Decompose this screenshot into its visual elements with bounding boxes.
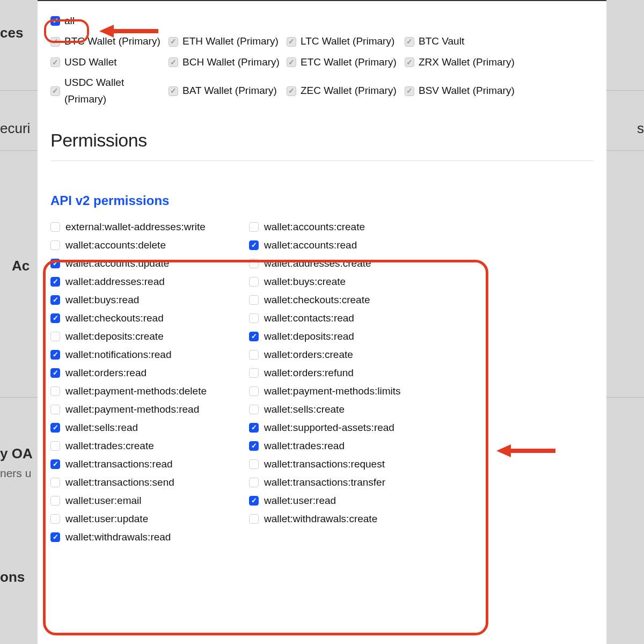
permission-label: wallet:trades:create bbox=[65, 440, 154, 452]
permission-option[interactable]: wallet:trades:create bbox=[50, 438, 249, 454]
checkbox-icon[interactable] bbox=[50, 313, 60, 323]
checkbox-icon[interactable] bbox=[249, 222, 259, 232]
checkbox-icon[interactable] bbox=[50, 441, 60, 451]
account-option[interactable]: BSV Wallet (Primary) bbox=[405, 74, 523, 108]
checkbox-icon[interactable] bbox=[249, 350, 259, 360]
checkbox-icon[interactable] bbox=[50, 405, 60, 414]
checkbox-icon[interactable] bbox=[50, 496, 60, 506]
checkbox-icon[interactable] bbox=[249, 277, 259, 287]
checkbox-icon[interactable] bbox=[50, 86, 60, 96]
checkbox-icon[interactable] bbox=[249, 514, 259, 524]
permission-option[interactable]: wallet:accounts:create bbox=[249, 219, 448, 235]
checkbox-icon[interactable] bbox=[249, 459, 259, 469]
account-option[interactable]: ETH Wallet (Primary) bbox=[169, 32, 287, 50]
checkbox-icon[interactable] bbox=[249, 332, 259, 341]
account-option[interactable]: USD Wallet bbox=[50, 53, 169, 71]
permission-option[interactable]: wallet:payment-methods:delete bbox=[50, 383, 249, 399]
permission-option[interactable]: wallet:sells:create bbox=[249, 401, 448, 418]
checkbox-icon[interactable] bbox=[249, 441, 259, 451]
account-option[interactable]: ZRX Wallet (Primary) bbox=[405, 53, 523, 71]
checkbox-icon[interactable] bbox=[50, 332, 60, 341]
account-option[interactable]: ETC Wallet (Primary) bbox=[287, 53, 405, 71]
permission-label: wallet:sells:create bbox=[264, 404, 345, 415]
permission-option[interactable]: wallet:sells:read bbox=[50, 420, 249, 436]
account-option[interactable]: BTC Wallet (Primary) bbox=[50, 32, 169, 50]
checkbox-icon[interactable] bbox=[249, 313, 259, 323]
account-option[interactable]: ZEC Wallet (Primary) bbox=[287, 74, 405, 108]
permission-option[interactable]: wallet:orders:read bbox=[50, 365, 249, 381]
checkbox-icon[interactable] bbox=[249, 240, 259, 250]
checkbox-icon[interactable] bbox=[50, 423, 60, 433]
account-option[interactable]: USDC Wallet (Primary) bbox=[50, 74, 169, 108]
checkbox-icon[interactable] bbox=[287, 57, 296, 67]
checkbox-icon[interactable] bbox=[50, 259, 60, 268]
checkbox-icon[interactable] bbox=[249, 496, 259, 506]
checkbox-icon[interactable] bbox=[50, 37, 60, 47]
checkbox-icon[interactable] bbox=[50, 350, 60, 360]
checkbox-icon[interactable] bbox=[50, 57, 60, 67]
permission-option[interactable]: wallet:user:email bbox=[50, 493, 249, 509]
account-option[interactable]: LTC Wallet (Primary) bbox=[287, 32, 405, 50]
permission-option[interactable]: wallet:addresses:read bbox=[50, 274, 249, 290]
checkbox-icon[interactable] bbox=[50, 295, 60, 305]
permission-option[interactable]: wallet:withdrawals:read bbox=[50, 529, 249, 545]
checkbox-icon[interactable] bbox=[405, 37, 414, 47]
account-option[interactable]: BAT Wallet (Primary) bbox=[169, 74, 287, 108]
permission-option[interactable]: wallet:transactions:request bbox=[249, 456, 448, 472]
permission-option[interactable]: wallet:addresses:create bbox=[249, 255, 448, 272]
permission-option[interactable]: wallet:transactions:transfer bbox=[249, 474, 448, 491]
checkbox-icon[interactable] bbox=[287, 37, 296, 47]
account-option[interactable]: BCH Wallet (Primary) bbox=[169, 53, 287, 71]
permission-option[interactable]: wallet:orders:refund bbox=[249, 365, 448, 381]
permission-option[interactable]: external:wallet-addresses:write bbox=[50, 219, 249, 235]
account-option-all[interactable]: all bbox=[50, 12, 75, 30]
checkbox-icon[interactable] bbox=[50, 478, 60, 487]
checkbox-icon[interactable] bbox=[249, 423, 259, 433]
permission-option[interactable]: wallet:user:read bbox=[249, 493, 448, 509]
permission-option[interactable]: wallet:accounts:delete bbox=[50, 237, 249, 253]
checkbox-icon[interactable] bbox=[50, 222, 60, 232]
checkbox-icon[interactable] bbox=[50, 16, 60, 26]
checkbox-icon[interactable] bbox=[405, 86, 414, 96]
account-option[interactable]: BTC Vault bbox=[405, 32, 523, 50]
checkbox-icon[interactable] bbox=[405, 57, 414, 67]
permission-option[interactable]: wallet:deposits:create bbox=[50, 328, 249, 345]
checkbox-icon[interactable] bbox=[249, 259, 259, 268]
permission-label: wallet:addresses:read bbox=[65, 276, 165, 288]
permission-option[interactable]: wallet:orders:create bbox=[249, 347, 448, 363]
permission-option[interactable]: wallet:withdrawals:create bbox=[249, 511, 448, 527]
permission-option[interactable]: wallet:transactions:read bbox=[50, 456, 249, 472]
permission-option[interactable]: wallet:supported-assets:read bbox=[249, 420, 448, 436]
checkbox-icon[interactable] bbox=[50, 386, 60, 396]
checkbox-icon[interactable] bbox=[249, 295, 259, 305]
checkbox-icon[interactable] bbox=[50, 240, 60, 250]
permission-option[interactable]: wallet:user:update bbox=[50, 511, 249, 527]
checkbox-icon[interactable] bbox=[169, 86, 178, 96]
checkbox-icon[interactable] bbox=[50, 459, 60, 469]
checkbox-icon[interactable] bbox=[50, 368, 60, 378]
permission-option[interactable]: wallet:trades:read bbox=[249, 438, 448, 454]
checkbox-icon[interactable] bbox=[249, 368, 259, 378]
checkbox-icon[interactable] bbox=[249, 405, 259, 414]
permission-option[interactable]: wallet:accounts:read bbox=[249, 237, 448, 253]
permission-option[interactable]: wallet:checkouts:create bbox=[249, 292, 448, 308]
checkbox-icon[interactable] bbox=[50, 532, 60, 542]
permission-option[interactable]: wallet:checkouts:read bbox=[50, 310, 249, 326]
checkbox-icon[interactable] bbox=[249, 386, 259, 396]
permission-option[interactable]: wallet:payment-methods:read bbox=[50, 401, 249, 418]
permission-option[interactable]: wallet:notifications:read bbox=[50, 347, 249, 363]
permission-option[interactable]: wallet:deposits:read bbox=[249, 328, 448, 345]
checkbox-icon[interactable] bbox=[169, 57, 178, 67]
permission-label: wallet:withdrawals:read bbox=[65, 531, 171, 543]
checkbox-icon[interactable] bbox=[50, 514, 60, 524]
checkbox-icon[interactable] bbox=[169, 37, 178, 47]
permission-option[interactable]: wallet:buys:read bbox=[50, 292, 249, 308]
permission-option[interactable]: wallet:buys:create bbox=[249, 274, 448, 290]
checkbox-icon[interactable] bbox=[287, 86, 296, 96]
permission-option[interactable]: wallet:payment-methods:limits bbox=[249, 383, 448, 399]
permission-option[interactable]: wallet:accounts:update bbox=[50, 255, 249, 272]
checkbox-icon[interactable] bbox=[50, 277, 60, 287]
permission-option[interactable]: wallet:transactions:send bbox=[50, 474, 249, 491]
permission-option[interactable]: wallet:contacts:read bbox=[249, 310, 448, 326]
checkbox-icon[interactable] bbox=[249, 478, 259, 487]
